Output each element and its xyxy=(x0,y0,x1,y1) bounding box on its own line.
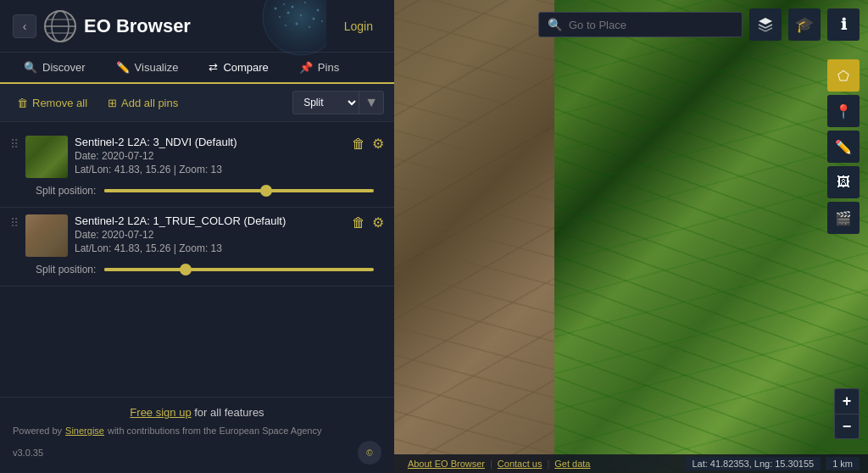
trash-icon: 🗑 xyxy=(17,97,28,109)
header: ‹ EO Browser xyxy=(0,0,394,53)
map-top-bar: 🔍 🎓 ℹ xyxy=(538,8,860,41)
search-input[interactable] xyxy=(569,19,733,31)
compare-icon: ⇄ xyxy=(209,61,218,74)
svg-point-17 xyxy=(296,23,298,25)
globe-decoration xyxy=(225,0,326,59)
search-box: 🔍 xyxy=(538,12,743,37)
layers-button[interactable] xyxy=(749,8,782,41)
slider-thumb-1[interactable] xyxy=(260,185,272,197)
pin-item-2: ⠿ Sentinel-2 L2A: 1_TRUE_COLOR (Default)… xyxy=(0,208,394,287)
slider-thumb-2[interactable] xyxy=(180,264,192,275)
pin-title-2: Sentinel-2 L2A: 1_TRUE_COLOR (Default) xyxy=(75,214,345,227)
pin-thumbnail-1 xyxy=(25,136,68,178)
split-mode-dropdown[interactable]: Split Opacity Fade ▼ xyxy=(292,91,384,114)
free-signup-link[interactable]: Free sign up xyxy=(130,406,191,419)
svg-point-19 xyxy=(321,20,323,22)
tutorial-button[interactable]: 🎓 xyxy=(788,8,821,41)
image-btn[interactable]: 🖼 xyxy=(827,166,860,198)
toolbar: 🗑 Remove all ⊞ Add all pins Split Opacit… xyxy=(0,84,394,122)
split-label-1: Split position: xyxy=(36,185,96,197)
nav-tabs: 🔍 Discover ✏️ Visualize ⇄ Compare 📌 Pins xyxy=(0,53,394,84)
split-select[interactable]: Split Opacity Fade xyxy=(293,92,359,113)
header-left: ‹ EO Browser xyxy=(13,9,191,43)
sinergise-link[interactable]: Sinergise xyxy=(65,426,104,436)
layers-icon xyxy=(757,16,774,33)
pin-actions-1: 🗑 ⚙ xyxy=(352,136,384,152)
svg-point-8 xyxy=(283,3,285,5)
slider-fill-2 xyxy=(104,268,185,271)
pin-header-1: ⠿ Sentinel-2 L2A: 3_NDVI (Default) Date:… xyxy=(10,136,384,178)
pin-header-2: ⠿ Sentinel-2 L2A: 1_TRUE_COLOR (Default)… xyxy=(10,214,384,257)
app-title: EO Browser xyxy=(84,15,191,37)
svg-point-13 xyxy=(287,12,290,14)
svg-point-9 xyxy=(292,6,294,8)
pencil-icon: ✏️ xyxy=(116,61,130,74)
svg-point-15 xyxy=(313,18,315,20)
get-data-link[interactable]: Get data xyxy=(554,459,590,469)
login-button[interactable]: Login xyxy=(336,15,381,37)
free-signup-text: Free sign up for all features xyxy=(13,406,381,419)
zoom-in-button[interactable]: + xyxy=(834,388,860,414)
tab-visualize[interactable]: ✏️ Visualize xyxy=(101,53,194,84)
footer: Free sign up for all features Powered by… xyxy=(0,397,394,473)
pin-thumbnail-2 xyxy=(25,214,68,257)
location-btn[interactable]: 📍 xyxy=(827,95,860,127)
pin-coords-2: Lat/Lon: 41.83, 15.26 | Zoom: 13 xyxy=(75,242,345,254)
drag-handle-1[interactable]: ⠿ xyxy=(10,136,19,151)
tab-discover[interactable]: 🔍 Discover xyxy=(8,53,101,84)
map-right-layer xyxy=(554,0,868,473)
sidebar-panel: ‹ EO Browser xyxy=(0,0,394,473)
svg-point-14 xyxy=(300,14,302,16)
powered-by: Powered by Sinergise with contributions … xyxy=(13,426,381,465)
pin-actions-2: 🗑 ⚙ xyxy=(352,214,384,231)
pentagon-btn[interactable]: ⬠ xyxy=(827,59,860,92)
plus-icon: ⊞ xyxy=(108,97,117,109)
video-btn[interactable]: 🎬 xyxy=(827,202,860,234)
pins-list: ⠿ Sentinel-2 L2A: 3_NDVI (Default) Date:… xyxy=(0,122,394,397)
zoom-out-button[interactable]: − xyxy=(834,414,860,439)
drag-handle-2[interactable]: ⠿ xyxy=(10,214,19,230)
pin-info-1: Sentinel-2 L2A: 3_NDVI (Default) Date: 2… xyxy=(75,136,345,175)
pin-settings-button-2[interactable]: ⚙ xyxy=(372,214,384,231)
zoom-controls: + − xyxy=(834,388,860,439)
pin-item-1: ⠿ Sentinel-2 L2A: 3_NDVI (Default) Date:… xyxy=(0,129,394,208)
add-all-pins-button[interactable]: ⊞ Add all pins xyxy=(101,93,185,113)
contact-link[interactable]: Contact us xyxy=(498,459,542,469)
search-icon: 🔍 xyxy=(548,18,562,31)
discover-icon: 🔍 xyxy=(24,61,37,74)
split-label-2: Split position: xyxy=(36,264,96,275)
pin-settings-button-1[interactable]: ⚙ xyxy=(372,136,384,152)
back-button[interactable]: ‹ xyxy=(13,14,36,38)
pin-coords-1: Lat/Lon: 41.83, 15.26 | Zoom: 13 xyxy=(75,164,345,175)
sinergise-logo: © xyxy=(358,441,381,465)
dropdown-arrow-icon: ▼ xyxy=(359,92,383,114)
pin-date-2: Date: 2020-07-12 xyxy=(75,229,345,241)
svg-point-12 xyxy=(279,16,281,18)
pin-info-2: Sentinel-2 L2A: 1_TRUE_COLOR (Default) D… xyxy=(75,214,345,254)
split-position-row-1: Split position: xyxy=(10,178,384,200)
pin-delete-button-2[interactable]: 🗑 xyxy=(352,215,365,231)
info-button[interactable]: ℹ xyxy=(827,8,860,41)
about-link[interactable]: About EO Browser xyxy=(408,459,485,469)
pin-title-1: Sentinel-2 L2A: 3_NDVI (Default) xyxy=(75,136,345,148)
split-position-row-2: Split position: xyxy=(10,257,384,279)
svg-point-5 xyxy=(263,0,326,55)
svg-point-11 xyxy=(317,9,320,12)
svg-point-10 xyxy=(304,2,306,3)
right-controls: ⬠ 📍 ✏️ 🖼 🎬 xyxy=(827,59,860,234)
pin-icon: 📌 xyxy=(299,61,313,74)
svg-point-7 xyxy=(275,8,277,10)
slider-track-1[interactable] xyxy=(104,189,374,192)
scale-bar: 1 km xyxy=(826,457,860,470)
svg-point-18 xyxy=(309,26,310,28)
pin-date-1: Date: 2020-07-12 xyxy=(75,150,345,162)
draw-btn[interactable]: ✏️ xyxy=(827,131,860,163)
pin-delete-button-1[interactable]: 🗑 xyxy=(352,136,365,152)
slider-fill-1 xyxy=(104,189,266,192)
remove-all-button[interactable]: 🗑 Remove all xyxy=(10,93,94,113)
slider-track-2[interactable] xyxy=(104,268,374,271)
logo-icon xyxy=(43,9,77,43)
coordinates-display: Lat: 41.82353, Lng: 15.30155 xyxy=(685,457,821,470)
svg-point-16 xyxy=(285,25,287,26)
